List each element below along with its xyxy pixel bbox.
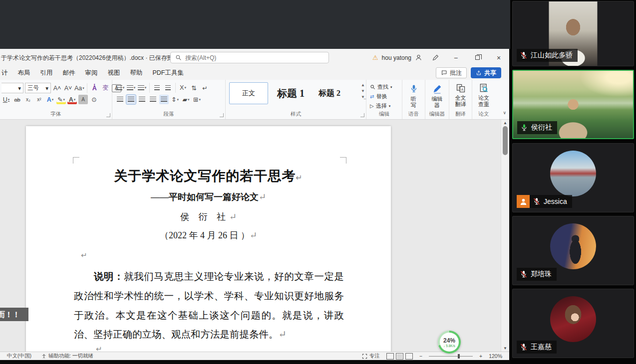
align-left-icon[interactable] [115,95,125,104]
comments-button[interactable]: 批注 [436,67,467,78]
paper-check-button[interactable]: 论文查重 [472,83,495,107]
search-input[interactable] [185,54,324,61]
select-button[interactable]: ▷ 选择▾ [370,102,392,110]
account-area[interactable]: ⚠ hou yatong [372,54,422,61]
phonetic-guide-icon[interactable]: A̔ [90,83,99,93]
style-normal[interactable]: 正文 [229,82,268,104]
editor-button[interactable]: 编辑器 [425,83,449,108]
vertical-scrollbar[interactable]: ▲ ▼ [501,120,509,352]
distribute-icon[interactable] [159,95,169,104]
participant-tile[interactable]: 江山如此多骄 [512,1,634,66]
numbering-icon[interactable]: ▾ [126,83,136,93]
styles-scroll-down-icon[interactable]: ▼ [361,89,365,93]
minimize-button[interactable]: − [448,51,463,64]
strikethrough-icon[interactable]: ab [12,95,22,104]
styles-more-icon[interactable]: ▼̲ [361,95,365,99]
superscript-icon[interactable]: x² [34,95,44,104]
style-heading1[interactable]: 标题 1 [272,82,310,104]
translate-button[interactable]: 文A 全文翻译 [449,83,472,107]
align-center-icon[interactable] [126,95,136,104]
font-color-icon[interactable]: A▾ [67,95,77,104]
highlight-icon[interactable]: ✎▾ [56,95,66,104]
scroll-up-icon[interactable]: ▲ [501,121,509,125]
zoom-level[interactable]: 120% [489,353,502,359]
tab-help[interactable]: 帮助 [125,66,148,80]
restore-button[interactable] [470,51,485,64]
increase-indent-icon[interactable] [163,83,173,93]
justify-icon[interactable] [148,95,158,104]
participant-tile[interactable]: 王嘉慈 [512,289,634,358]
close-button[interactable]: × [491,51,506,64]
font-size-dropdown[interactable]: 三号▾ [25,83,51,93]
character-scale-icon[interactable]: 变 [101,83,110,93]
shading-icon[interactable]: ▰▾ [181,95,191,104]
performance-widget[interactable]: 24% ↓ 5.8K/s [438,331,461,354]
language-status[interactable]: 中文(中国) [7,353,31,360]
focus-mode-button[interactable]: 专注 [362,353,380,360]
tab-review[interactable]: 审阅 [80,66,103,80]
tab-design[interactable]: 计 [0,66,13,80]
align-right-icon[interactable] [137,95,147,104]
font-name-dropdown[interactable]: ▾ [1,83,23,93]
bullets-icon[interactable]: ▾ [115,83,125,93]
tab-layout[interactable]: 布局 [13,66,35,80]
find-button[interactable]: 查找▾ [370,83,392,91]
decrease-indent-icon[interactable] [152,83,162,93]
accessibility-status[interactable]: 辅助功能: 一切就绪 [41,353,93,360]
search-box[interactable] [170,52,329,63]
participant-tile[interactable]: 郑培珠 [512,216,634,285]
draw-icon[interactable] [429,52,442,64]
participant-tile[interactable]: Jessica [512,143,634,212]
line-spacing-icon[interactable]: ⇕▾ [170,95,180,104]
dictate-button[interactable]: 听写 [402,83,425,108]
zoom-slider[interactable] [429,356,473,357]
replace-button[interactable]: ⇄ 替换 [370,92,392,101]
ribbon-tab-row: 计 布局 引用 邮件 审阅 视图 帮助 PDF工具集 批注 共享 [0,66,509,80]
doc-author: 侯 衍 社↵ [26,211,391,223]
doc-heading: 关于学术论文写作的若干思考↵ [26,167,391,185]
show-marks-icon[interactable]: ↵ [200,83,210,93]
sort-icon[interactable]: ⇅ [189,83,199,93]
zoom-slider-thumb[interactable] [458,354,460,359]
enclose-characters-icon[interactable]: ⊙ [89,95,99,104]
shrink-font-icon[interactable]: A˅ [63,83,73,93]
account-icon[interactable] [415,54,422,61]
borders-icon[interactable]: ⊞▾ [192,95,202,104]
font-dialog-launcher[interactable] [106,113,110,117]
grow-font-icon[interactable]: A˄ [52,83,62,93]
zoom-in-button[interactable]: + [479,353,482,359]
multilevel-list-icon[interactable]: ▾ [137,83,147,93]
print-layout-icon[interactable] [396,353,403,360]
find-icon [370,84,375,90]
tab-view[interactable]: 视图 [103,66,125,80]
char-shading-icon[interactable]: A [78,95,88,104]
collapse-ribbon-icon[interactable]: ∨ [503,110,506,115]
web-layout-icon[interactable] [405,353,413,360]
scroll-down-icon[interactable]: ▼ [501,346,509,351]
voice-group: 听写 语音 [402,80,425,119]
performance-percent: 24% [443,337,455,344]
tab-mailings[interactable]: 邮件 [58,66,80,80]
word-window: 于学术论文写作的若干思考（20220426使用稿）.docx · 已保存到此台电… [0,49,509,360]
zoom-out-button[interactable]: − [419,353,422,359]
underline-icon[interactable]: U▾ [1,95,11,104]
scrollbar-thumb[interactable] [503,126,508,155]
document-page[interactable]: 关于学术论文写作的若干思考↵ ——平时如何写一篇好论文↵ 侯 衍 社↵ （202… [26,126,391,352]
participant-tile-active-speaker[interactable]: 侯衍社 [512,70,634,139]
paragraph-mark: ↵ [81,251,87,260]
paper-check-icon [479,83,489,93]
read-mode-icon[interactable] [386,353,394,360]
subscript-icon[interactable]: x₂ [23,95,33,104]
select-icon: ▷ [370,103,374,109]
tab-pdf-tools[interactable]: PDF工具集 [148,66,189,80]
change-case-icon[interactable]: Aa▾ [74,83,84,93]
styles-dialog-launcher[interactable] [360,113,364,117]
document-area: 关于学术论文写作的若干思考↵ ——平时如何写一篇好论文↵ 侯 衍 社↵ （202… [0,120,509,352]
paragraph-dialog-launcher[interactable] [220,113,224,117]
text-effects-icon[interactable]: A▾ [45,95,55,104]
style-heading2[interactable]: 标题 2 [314,82,345,104]
share-button[interactable]: 共享 [471,67,501,78]
tab-references[interactable]: 引用 [35,66,58,80]
styles-scroll-up-icon[interactable]: ▲ [361,83,365,87]
asian-layout-icon[interactable]: X▾ [178,83,188,93]
